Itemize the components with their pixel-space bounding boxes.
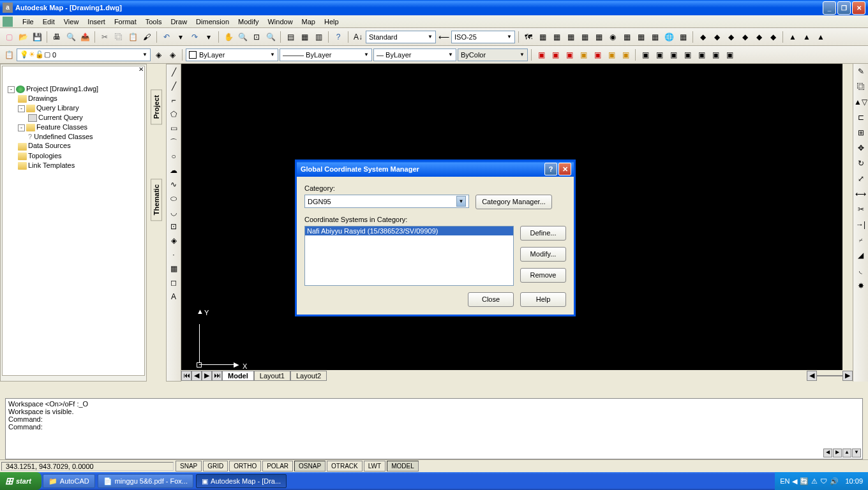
tree-collapse-icon[interactable]: - — [18, 124, 25, 131]
revcloud-icon[interactable]: ☁ — [167, 164, 180, 177]
open-icon[interactable]: 📂 — [17, 31, 29, 43]
mirror-icon[interactable]: ▲▽ — [855, 96, 867, 108]
copy-icon[interactable]: ⿻ — [112, 31, 125, 43]
tool-palette-icon[interactable]: ▥ — [312, 31, 325, 43]
globe-icon[interactable]: 🌐 — [662, 31, 675, 43]
map-tool-icon[interactable]: ▲ — [800, 31, 813, 43]
toggle-polar[interactable]: POLAR — [262, 461, 293, 471]
tab-layout2[interactable]: Layout2 — [290, 371, 327, 381]
redo-dropdown-icon[interactable]: ▾ — [202, 31, 215, 43]
tray-icon[interactable]: ⚠ — [811, 477, 818, 486]
zoom-rt-icon[interactable]: 🔍 — [236, 31, 249, 43]
tool-icon[interactable]: ▣ — [549, 48, 562, 61]
map-tool-icon[interactable]: ◆ — [724, 31, 737, 43]
fillet-icon[interactable]: ◟ — [855, 264, 867, 277]
publish-icon[interactable]: 📤 — [79, 31, 91, 43]
map-tool-icon[interactable]: ▦ — [550, 31, 563, 43]
menu-view[interactable]: View — [59, 17, 84, 27]
hatch-icon[interactable]: ▦ — [167, 262, 180, 275]
modify-button[interactable]: Modify... — [520, 247, 566, 262]
scroll-right-icon[interactable]: ▶ — [833, 449, 842, 457]
tree-collapse-icon[interactable]: - — [8, 86, 15, 93]
tree-item[interactable]: -Feature Classes — [8, 122, 139, 132]
map-tool-icon[interactable]: ▦ — [592, 31, 605, 43]
tree-item[interactable]: Data Sources — [8, 141, 139, 151]
menu-file[interactable]: File — [18, 17, 38, 27]
tree-item[interactable]: Topologies — [8, 151, 139, 161]
menu-tools[interactable]: Tools — [141, 17, 167, 27]
tool-icon[interactable]: ▣ — [723, 48, 736, 61]
menu-insert[interactable]: Insert — [83, 17, 110, 27]
plotstyle-dropdown[interactable]: ByColor▼ — [458, 48, 528, 61]
taskbar-task[interactable]: 📁AutoCAD — [43, 474, 95, 488]
toggle-osnap[interactable]: OSNAP — [294, 461, 326, 471]
chamfer-icon[interactable]: ◢ — [855, 249, 867, 262]
toggle-otrack[interactable]: OTRACK — [327, 461, 363, 471]
map-tool-icon[interactable]: ▦ — [536, 31, 549, 43]
scale-icon[interactable]: ⤢ — [855, 172, 867, 185]
tool-icon[interactable]: ▣ — [695, 48, 708, 61]
tool-icon[interactable]: ▣ — [577, 48, 590, 61]
tool-icon[interactable]: ▣ — [639, 48, 652, 61]
sidebar-tab-thematic[interactable]: Thematic — [151, 179, 162, 221]
erase-icon[interactable]: ✎ — [855, 65, 867, 78]
start-button[interactable]: ⊞ start — [0, 472, 41, 490]
toggle-lwt[interactable]: LWT — [364, 461, 385, 471]
print-icon[interactable]: 🖶 — [50, 31, 63, 43]
tree-item[interactable]: Current Query — [8, 113, 139, 122]
region-icon[interactable]: ◻ — [167, 276, 180, 289]
tab-last-icon[interactable]: ⏭ — [212, 371, 222, 381]
tool-icon[interactable]: ▣ — [709, 48, 722, 61]
scroll-right-icon[interactable]: ▶ — [842, 371, 853, 381]
polygon-icon[interactable]: ⬠ — [167, 108, 180, 121]
point-icon[interactable]: · — [167, 248, 180, 261]
tab-prev-icon[interactable]: ◀ — [191, 371, 202, 381]
category-dropdown[interactable]: DGN95 ▼ — [304, 195, 469, 208]
map-tool-icon[interactable]: ◉ — [606, 31, 619, 43]
text-style-dropdown[interactable]: Standard▼ — [366, 31, 436, 43]
layer-manager-icon[interactable]: 📋 — [3, 48, 15, 61]
sidebar-tab-project[interactable]: Project — [151, 89, 162, 124]
insert-icon[interactable]: ⊡ — [167, 220, 180, 233]
map-tool-icon[interactable]: ▦ — [634, 31, 647, 43]
tool-icon[interactable]: ▣ — [535, 48, 548, 61]
extend-icon[interactable]: →| — [855, 218, 867, 231]
map-tool-icon[interactable]: ◆ — [752, 31, 765, 43]
minimize-button[interactable]: _ — [823, 1, 836, 15]
map-tool-icon[interactable]: ▦ — [648, 31, 661, 43]
language-indicator[interactable]: EN — [780, 477, 789, 485]
layer-tool-icon[interactable]: ◈ — [152, 48, 165, 61]
map-tool-icon[interactable]: ▲ — [786, 31, 799, 43]
tray-icon[interactable]: 🔄 — [800, 477, 809, 486]
menu-modify[interactable]: Modify — [234, 17, 263, 27]
zoom-win-icon[interactable]: ⊡ — [250, 31, 263, 43]
category-manager-button[interactable]: Category Manager... — [475, 195, 552, 209]
circle-icon[interactable]: ○ — [167, 150, 180, 163]
menu-format[interactable]: Format — [110, 17, 141, 27]
dim-style-dropdown[interactable]: ISO-25▼ — [451, 31, 515, 43]
scroll-left-icon[interactable]: ◀ — [823, 449, 832, 457]
cut-icon[interactable]: ✂ — [98, 31, 111, 43]
paste-icon[interactable]: 📋 — [126, 31, 139, 43]
dialog-title-bar[interactable]: Global Coordinate System Manager ? ✕ — [297, 161, 574, 177]
tool-icon[interactable]: ▣ — [563, 48, 576, 61]
move-icon[interactable]: ✥ — [855, 142, 867, 154]
color-dropdown[interactable]: ByLayer▼ — [186, 48, 278, 61]
scroll-down-icon[interactable]: ▼ — [852, 449, 861, 457]
tool-icon[interactable]: ▣ — [653, 48, 666, 61]
map-tool-icon[interactable]: ▲ — [814, 31, 827, 43]
offset-icon[interactable]: ⊏ — [855, 111, 867, 124]
tree-item[interactable]: Link Templates — [8, 161, 139, 170]
remove-button[interactable]: Remove — [520, 268, 566, 283]
menu-help[interactable]: Help — [320, 17, 343, 27]
toggle-snap[interactable]: SNAP — [176, 461, 202, 471]
panel-close-icon[interactable]: ✕ — [138, 66, 144, 73]
dc-icon[interactable]: ▦ — [298, 31, 311, 43]
command-line[interactable]: Workspace <On>/oFf :_O Workspace is visi… — [5, 398, 863, 459]
tool-icon[interactable]: ▣ — [681, 48, 694, 61]
save-icon[interactable]: 💾 — [31, 31, 43, 43]
zoom-prev-icon[interactable]: 🔍 — [264, 31, 277, 43]
menu-map[interactable]: Map — [297, 17, 320, 27]
linetype-dropdown[interactable]: ——— ByLayer▼ — [280, 48, 372, 61]
tree-item[interactable]: -Query Library — [8, 103, 139, 113]
